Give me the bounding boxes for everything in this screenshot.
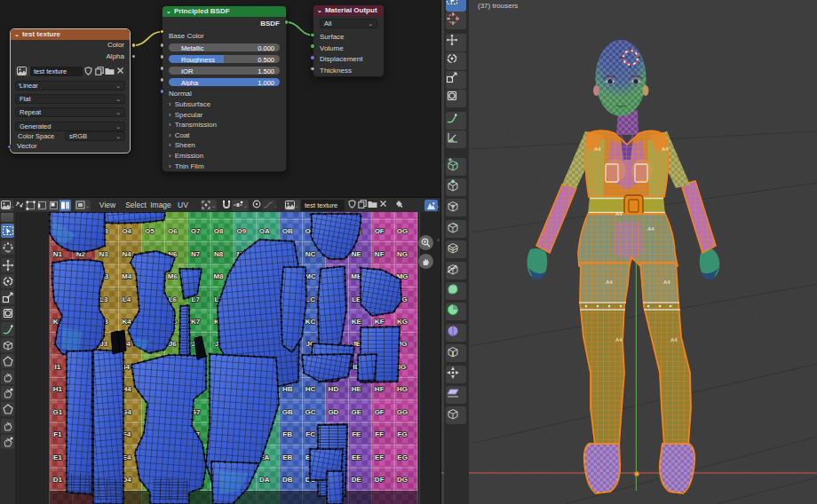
svg-text:O5: O5 bbox=[145, 227, 155, 235]
svg-text:K4: K4 bbox=[122, 318, 131, 326]
svg-text:DE: DE bbox=[352, 476, 362, 484]
svg-text:N8: N8 bbox=[214, 250, 224, 258]
svg-text:OG: OG bbox=[397, 227, 408, 235]
svg-text:KG: KG bbox=[397, 318, 408, 326]
svg-text:NC: NC bbox=[305, 250, 316, 258]
svg-text:FE: FE bbox=[352, 430, 361, 438]
svg-text:FG: FG bbox=[398, 430, 408, 438]
svg-text:NG: NG bbox=[397, 250, 408, 258]
svg-text:GD: GD bbox=[328, 408, 338, 416]
svg-text:I1: I1 bbox=[55, 363, 61, 371]
svg-text:HB: HB bbox=[282, 385, 293, 393]
svg-text:I4: I4 bbox=[123, 363, 130, 371]
svg-text:A4: A4 bbox=[670, 337, 678, 343]
svg-text:M6: M6 bbox=[168, 272, 178, 280]
svg-text:OF: OF bbox=[375, 227, 385, 235]
svg-text:OB: OB bbox=[282, 227, 293, 235]
svg-text:HD: HD bbox=[329, 385, 339, 393]
svg-text:A4: A4 bbox=[615, 337, 623, 343]
svg-text:HG: HG bbox=[397, 385, 408, 393]
svg-text:A4: A4 bbox=[615, 211, 623, 217]
svg-text:A4: A4 bbox=[594, 146, 601, 152]
svg-text:GB: GB bbox=[282, 408, 293, 416]
svg-text:EG: EG bbox=[397, 453, 408, 461]
svg-text:HE: HE bbox=[352, 385, 362, 393]
svg-text:G1: G1 bbox=[53, 408, 63, 416]
svg-text:O6: O6 bbox=[168, 227, 178, 235]
svg-text:J6: J6 bbox=[169, 340, 177, 348]
svg-text:GE: GE bbox=[352, 408, 362, 416]
svg-text:NE: NE bbox=[352, 250, 362, 258]
svg-text:L3: L3 bbox=[99, 295, 108, 303]
svg-text:FF: FF bbox=[375, 430, 384, 438]
svg-text:A4: A4 bbox=[647, 226, 654, 232]
svg-text:KC: KC bbox=[305, 318, 316, 326]
svg-text:DB: DB bbox=[282, 476, 293, 484]
svg-text:DA: DA bbox=[259, 476, 270, 484]
svg-text:A4: A4 bbox=[663, 280, 670, 285]
svg-text:FC: FC bbox=[305, 430, 315, 438]
svg-text:A4: A4 bbox=[606, 280, 613, 285]
svg-text:KF: KF bbox=[375, 318, 385, 326]
svg-text:H1: H1 bbox=[53, 385, 63, 393]
svg-text:GC: GC bbox=[305, 408, 316, 416]
svg-text:M8: M8 bbox=[214, 272, 225, 280]
svg-text:N7: N7 bbox=[191, 250, 201, 258]
svg-text:N1: N1 bbox=[53, 250, 63, 258]
svg-text:KE: KE bbox=[352, 318, 362, 326]
svg-text:OA: OA bbox=[259, 227, 270, 235]
svg-text:NF: NF bbox=[375, 250, 385, 258]
svg-text:FB: FB bbox=[282, 430, 292, 438]
svg-text:M4: M4 bbox=[122, 272, 132, 280]
svg-text:DG: DG bbox=[397, 476, 408, 484]
svg-text:GG: GG bbox=[397, 408, 408, 416]
svg-text:EE: EE bbox=[352, 453, 361, 461]
svg-text:K7: K7 bbox=[191, 318, 201, 326]
svg-text:O4: O4 bbox=[122, 227, 131, 235]
svg-text:F1: F1 bbox=[53, 430, 62, 438]
svg-text:O7: O7 bbox=[191, 227, 201, 235]
svg-text:N4: N4 bbox=[122, 250, 131, 258]
svg-text:HC: HC bbox=[305, 385, 316, 393]
svg-text:O9: O9 bbox=[237, 227, 247, 235]
svg-text:GF: GF bbox=[375, 408, 385, 416]
svg-text:DF: DF bbox=[375, 476, 385, 484]
svg-text:EB: EB bbox=[282, 453, 292, 461]
svg-text:IG: IG bbox=[399, 363, 406, 371]
svg-text:O8: O8 bbox=[214, 227, 224, 235]
svg-text:EF: EF bbox=[375, 453, 384, 461]
svg-text:E1: E1 bbox=[53, 453, 62, 461]
svg-text:L4: L4 bbox=[123, 295, 131, 303]
svg-text:HF: HF bbox=[375, 385, 385, 393]
svg-text:A4: A4 bbox=[662, 146, 669, 152]
svg-text:D1: D1 bbox=[53, 476, 63, 484]
svg-text:N3: N3 bbox=[99, 250, 109, 258]
